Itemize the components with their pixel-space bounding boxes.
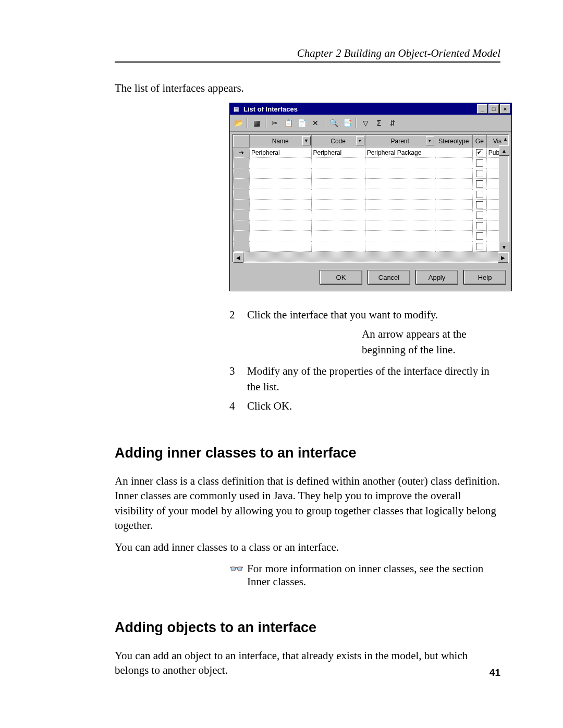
- cell-code[interactable]: [311, 189, 365, 200]
- apply-button[interactable]: Apply: [415, 270, 458, 285]
- cell-stereotype[interactable]: [435, 220, 472, 231]
- checkbox[interactable]: [476, 222, 483, 229]
- cell-stereotype[interactable]: [435, 179, 472, 189]
- checkbox[interactable]: [476, 180, 483, 188]
- col-name[interactable]: Name▼: [249, 135, 311, 147]
- close-button[interactable]: ×: [500, 104, 510, 114]
- cell-generate[interactable]: [472, 231, 486, 241]
- cell-name[interactable]: [249, 241, 311, 252]
- cell-generate[interactable]: [472, 189, 486, 200]
- row-selector[interactable]: ➔: [234, 147, 250, 158]
- checkbox[interactable]: [476, 201, 483, 208]
- toolbar-grid-icon[interactable]: ▦: [250, 117, 263, 129]
- dialog-titlebar[interactable]: ▤ List of Interfaces _ □ ×: [230, 103, 511, 115]
- row-selector[interactable]: [234, 210, 250, 220]
- dropdown-icon[interactable]: ▾: [426, 136, 434, 145]
- vertical-scrollbar[interactable]: ▲ ▼: [499, 145, 508, 252]
- toolbar-sum-icon[interactable]: Σ: [373, 117, 385, 129]
- cell-generate[interactable]: [472, 210, 486, 220]
- table-row[interactable]: ➔PeripheralPeripheralPeripheral Package✔…: [234, 147, 508, 158]
- checkbox[interactable]: [476, 191, 483, 198]
- cell-parent[interactable]: [365, 158, 435, 168]
- scroll-down-icon[interactable]: ▼: [499, 242, 509, 252]
- cell-parent[interactable]: [365, 168, 435, 179]
- cell-stereotype[interactable]: [435, 189, 472, 200]
- cell-parent[interactable]: [365, 231, 435, 241]
- row-selector[interactable]: [234, 189, 250, 200]
- checkbox[interactable]: ✔: [476, 149, 483, 156]
- cell-code[interactable]: [311, 241, 365, 252]
- cell-generate[interactable]: [472, 179, 486, 189]
- scroll-left-icon[interactable]: ◀: [233, 252, 243, 263]
- cell-stereotype[interactable]: [435, 241, 472, 252]
- cell-name[interactable]: [249, 200, 311, 210]
- cell-code[interactable]: [311, 158, 365, 168]
- scroll-up-icon[interactable]: ▲: [499, 145, 509, 156]
- table-row[interactable]: [234, 189, 508, 200]
- toolbar-replace-icon[interactable]: 📑: [341, 117, 353, 129]
- toolbar-cut-icon[interactable]: ✂: [268, 117, 281, 129]
- cell-parent[interactable]: [365, 189, 435, 200]
- scroll-right-icon[interactable]: ▶: [498, 252, 508, 263]
- cell-parent[interactable]: [365, 241, 435, 252]
- table-row[interactable]: [234, 210, 508, 220]
- cell-stereotype[interactable]: [435, 210, 472, 220]
- checkbox[interactable]: [476, 243, 483, 250]
- cell-generate[interactable]: [472, 241, 486, 252]
- cell-name[interactable]: [249, 189, 311, 200]
- table-row[interactable]: [234, 168, 508, 179]
- col-stereotype[interactable]: Stereotype: [435, 135, 472, 147]
- cell-generate[interactable]: [472, 168, 486, 179]
- dropdown-icon[interactable]: ▾: [356, 136, 364, 145]
- row-selector[interactable]: [234, 200, 250, 210]
- cell-code[interactable]: [311, 179, 365, 189]
- checkbox[interactable]: [476, 170, 483, 177]
- cell-stereotype[interactable]: [435, 147, 472, 158]
- scroll-track[interactable]: [499, 156, 508, 242]
- minimize-button[interactable]: _: [477, 104, 487, 114]
- table-row[interactable]: [234, 200, 508, 210]
- cell-generate[interactable]: [472, 158, 486, 168]
- cell-code[interactable]: Peripheral: [311, 147, 365, 158]
- col-code[interactable]: Code▾: [311, 135, 365, 147]
- table-row[interactable]: [234, 158, 508, 168]
- cell-parent[interactable]: [365, 210, 435, 220]
- toolbar-open-icon[interactable]: 📂: [232, 117, 244, 129]
- maximize-button[interactable]: □: [488, 104, 499, 114]
- row-selector[interactable]: [234, 231, 250, 241]
- toolbar-find-icon[interactable]: 🔍: [327, 117, 340, 129]
- cell-code[interactable]: [311, 168, 365, 179]
- toolbar-sort-icon[interactable]: ⇵: [386, 117, 399, 129]
- cell-name[interactable]: [249, 168, 311, 179]
- row-selector[interactable]: [234, 179, 250, 189]
- cell-name[interactable]: [249, 179, 311, 189]
- checkbox[interactable]: [476, 159, 483, 167]
- cell-name[interactable]: [249, 220, 311, 231]
- horizontal-scrollbar[interactable]: ◀ ▶: [233, 252, 508, 262]
- table-row[interactable]: [234, 231, 508, 241]
- cell-name[interactable]: Peripheral: [249, 147, 311, 158]
- toolbar-filter-icon[interactable]: ▽: [359, 117, 372, 129]
- row-selector[interactable]: [234, 168, 250, 179]
- checkbox[interactable]: [476, 212, 483, 219]
- cell-code[interactable]: [311, 200, 365, 210]
- row-selector[interactable]: [234, 220, 250, 231]
- cell-stereotype[interactable]: [435, 158, 472, 168]
- cell-parent[interactable]: [365, 200, 435, 210]
- cell-stereotype[interactable]: [435, 231, 472, 241]
- cell-stereotype[interactable]: [435, 200, 472, 210]
- cell-name[interactable]: [249, 158, 311, 168]
- cell-code[interactable]: [311, 220, 365, 231]
- row-selector[interactable]: [234, 158, 250, 168]
- table-row[interactable]: [234, 241, 508, 252]
- col-rowheader[interactable]: [234, 135, 250, 147]
- cell-generate[interactable]: [472, 220, 486, 231]
- toolbar-delete-icon[interactable]: ✕: [309, 117, 322, 129]
- scroll-track[interactable]: [243, 252, 498, 262]
- cell-name[interactable]: [249, 231, 311, 241]
- toolbar-paste-icon[interactable]: 📄: [296, 117, 308, 129]
- ok-button[interactable]: OK: [320, 270, 362, 285]
- row-selector[interactable]: [234, 241, 250, 252]
- checkbox[interactable]: [476, 232, 483, 240]
- cell-code[interactable]: [311, 231, 365, 241]
